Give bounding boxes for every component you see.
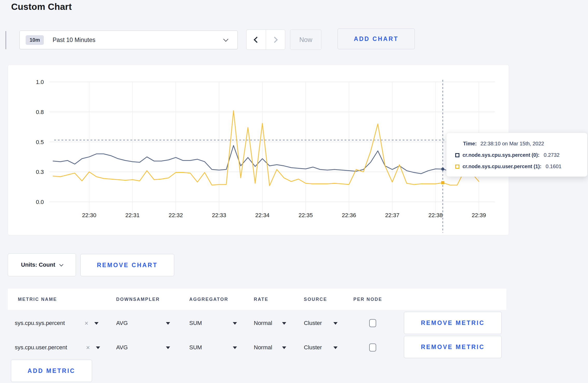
time-step-buttons bbox=[246, 30, 285, 50]
step-back-button[interactable] bbox=[247, 30, 266, 49]
y-tick-label: 0.0 bbox=[36, 199, 44, 205]
time-range-badge: 10m bbox=[26, 35, 44, 45]
y-tick-label: 0.8 bbox=[36, 109, 44, 115]
x-tick-label: 22:30 bbox=[82, 212, 96, 218]
custom-chart-plot[interactable]: 0.00.30.50.81.022:3022:3122:3222:3322:34… bbox=[8, 65, 509, 236]
time-range-label: Past 10 Minutes bbox=[53, 37, 95, 44]
source-select[interactable]: Cluster bbox=[304, 344, 322, 351]
tooltip-series-name: cr.node.sys.cpu.sys.percent (0): bbox=[463, 152, 540, 158]
downsampler-select[interactable]: AVG bbox=[116, 320, 128, 327]
tooltip-time-value: 22:38:10 on Mar 15th, 2022 bbox=[480, 141, 544, 147]
tooltip-series-value: 0.1601 bbox=[546, 164, 562, 169]
source-select[interactable]: Cluster bbox=[304, 320, 322, 327]
downsampler-caret-icon[interactable] bbox=[166, 322, 170, 325]
remove-metric-button[interactable]: REMOVE METRIC bbox=[404, 312, 502, 334]
metric-name-select[interactable]: sys.cpu.sys.percent bbox=[15, 320, 65, 327]
x-tick-label: 22:33 bbox=[212, 212, 226, 218]
chevron-right-icon bbox=[271, 37, 278, 43]
col-per-node: PER NODE bbox=[353, 297, 382, 302]
tooltip-time-label: Time: bbox=[463, 141, 477, 147]
x-tick-label: 22:35 bbox=[298, 212, 313, 218]
x-tick-label: 22:32 bbox=[169, 212, 183, 218]
units-label: Units: Count bbox=[21, 261, 55, 268]
col-downsampler: DOWNSAMPLER bbox=[116, 297, 160, 302]
rate-caret-icon[interactable] bbox=[282, 322, 286, 325]
series-swatch-sys-icon bbox=[455, 153, 459, 157]
x-tick-label: 22:38 bbox=[428, 212, 443, 218]
series-swatch-user-icon bbox=[455, 165, 459, 169]
series-line-cr.node.sys.cpu.sys.percent bbox=[53, 145, 479, 174]
now-button[interactable]: Now bbox=[290, 30, 321, 50]
x-tick-label: 22:39 bbox=[472, 212, 486, 218]
col-aggregator: AGGREGATOR bbox=[189, 297, 228, 302]
add-metric-button[interactable]: ADD METRIC bbox=[11, 360, 92, 382]
left-edge-divider bbox=[5, 31, 6, 49]
col-rate: RATE bbox=[254, 297, 268, 302]
aggregator-caret-icon[interactable] bbox=[233, 322, 237, 325]
chart-card: 0.00.30.50.81.022:3022:3122:3222:3322:34… bbox=[8, 65, 509, 235]
x-tick-label: 22:31 bbox=[125, 212, 139, 218]
metric-name-select[interactable]: sys.cpu.user.percent bbox=[15, 344, 67, 351]
metrics-table-header: METRIC NAME DOWNSAMPLER AGGREGATOR RATE … bbox=[8, 289, 506, 310]
rate-caret-icon[interactable] bbox=[282, 346, 286, 349]
x-tick-label: 22:34 bbox=[255, 212, 269, 218]
page-title: Custom Chart bbox=[11, 2, 72, 12]
units-dropdown[interactable]: Units: Count bbox=[8, 253, 76, 276]
remove-metric-button[interactable]: REMOVE METRIC bbox=[404, 336, 502, 358]
chart-hover-tooltip: Time: 22:38:10 on Mar 15th, 2022 cr.node… bbox=[446, 133, 587, 177]
tooltip-series-value: 0.2732 bbox=[544, 152, 559, 158]
downsampler-caret-icon[interactable] bbox=[166, 346, 170, 349]
series-line-cr.node.sys.cpu.user.percent bbox=[53, 111, 479, 186]
metric-caret-icon[interactable] bbox=[96, 346, 100, 349]
metric-caret-icon[interactable] bbox=[94, 322, 99, 325]
y-tick-label: 1.0 bbox=[36, 79, 44, 85]
per-node-checkbox[interactable] bbox=[369, 319, 376, 327]
clear-metric-icon[interactable]: × bbox=[86, 344, 90, 351]
col-metric-name: METRIC NAME bbox=[18, 297, 57, 302]
x-tick-label: 22:36 bbox=[342, 212, 356, 218]
per-node-checkbox[interactable] bbox=[369, 344, 376, 352]
rate-select[interactable]: Normal bbox=[254, 344, 272, 351]
aggregator-select[interactable]: SUM bbox=[189, 320, 202, 327]
y-tick-label: 0.5 bbox=[36, 139, 44, 145]
aggregator-select[interactable]: SUM bbox=[189, 344, 202, 351]
source-caret-icon[interactable] bbox=[333, 346, 338, 349]
add-chart-button[interactable]: ADD CHART bbox=[338, 29, 415, 49]
downsampler-select[interactable]: AVG bbox=[116, 344, 128, 351]
source-caret-icon[interactable] bbox=[333, 322, 338, 325]
tooltip-series-name: cr.node.sys.cpu.user.percent (1): bbox=[463, 164, 542, 169]
aggregator-caret-icon[interactable] bbox=[233, 346, 237, 349]
clear-metric-icon[interactable]: × bbox=[85, 320, 88, 327]
time-range-dropdown[interactable]: 10m Past 10 Minutes bbox=[19, 31, 238, 49]
step-forward-button[interactable] bbox=[266, 30, 285, 49]
chevron-down-icon bbox=[223, 37, 228, 42]
x-tick-label: 22:37 bbox=[385, 212, 399, 218]
y-tick-label: 0.3 bbox=[36, 169, 44, 175]
remove-chart-button[interactable]: REMOVE CHART bbox=[80, 254, 174, 276]
col-source: SOURCE bbox=[304, 297, 327, 302]
chevron-down-icon bbox=[59, 262, 64, 266]
chevron-left-icon bbox=[254, 37, 260, 43]
rate-select[interactable]: Normal bbox=[254, 320, 272, 327]
